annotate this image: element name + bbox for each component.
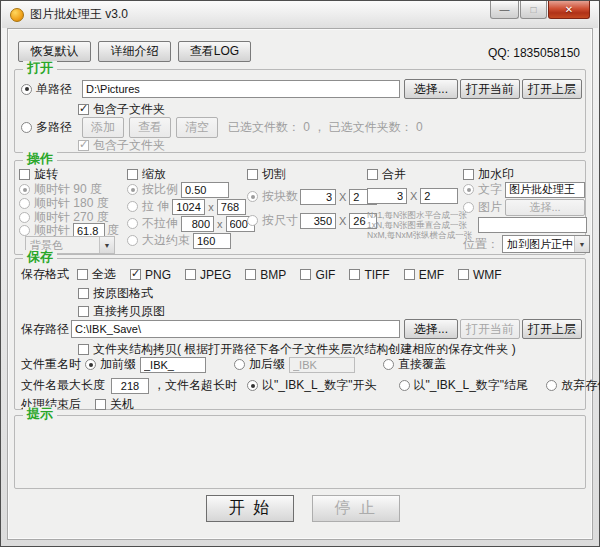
view-log-button[interactable]: 查看LOG — [178, 41, 251, 62]
merge-y-input[interactable] — [420, 188, 458, 204]
restore-defaults-button[interactable]: 恢复默认 — [18, 41, 91, 62]
prefix-label: 加前缀 — [100, 356, 136, 373]
format-all-label: 全选 — [92, 266, 116, 283]
suffix-radio[interactable] — [234, 359, 245, 370]
maxedge-input[interactable] — [193, 233, 231, 249]
details-button[interactable]: 详细介绍 — [98, 41, 171, 62]
prefix-radio[interactable] — [85, 359, 96, 370]
cut-size-radio[interactable] — [247, 215, 258, 226]
prefix-input[interactable] — [140, 357, 206, 373]
include-subfolders-checkbox[interactable] — [78, 104, 89, 115]
format-jpeg-checkbox[interactable] — [185, 269, 196, 280]
rotate-180-radio[interactable] — [19, 198, 30, 209]
watermark-checkbox[interactable] — [463, 169, 474, 180]
include-subfolders-checkbox-2[interactable] — [78, 140, 89, 151]
save-path-input[interactable] — [71, 320, 400, 338]
scale-stretch-radio[interactable] — [127, 201, 138, 212]
cut-size-w-input[interactable] — [300, 213, 336, 229]
watermark-extra-input[interactable] — [478, 217, 587, 233]
max-length-input[interactable] — [111, 378, 149, 394]
save-select-button[interactable]: 选择... — [404, 319, 458, 339]
stretch-height-input[interactable] — [217, 199, 246, 215]
save-group: 保存 保存格式 全选 PNG JPEG BMP GIF TIFF — [14, 258, 586, 410]
nostretch-width-input[interactable] — [181, 216, 214, 232]
merge-x-input[interactable] — [367, 188, 407, 204]
operation-group: 操作 旋转 顺时针 90 度 顺时针 180 度 顺时针 270 度 — [14, 160, 586, 255]
cut-checkbox[interactable] — [247, 169, 258, 180]
open-parent-button[interactable]: 打开上层 — [522, 79, 582, 99]
format-emf-checkbox[interactable] — [404, 269, 415, 280]
copy-original-label: 直接拷贝原图 — [93, 303, 165, 320]
save-open-current-button[interactable]: 打开当前 — [460, 319, 520, 339]
multi-path-radio[interactable] — [21, 122, 32, 133]
scale-ratio-input[interactable] — [181, 182, 229, 198]
scale-ratio-label: 按比例 — [142, 181, 178, 198]
cut-size-label: 按尺寸 — [262, 212, 298, 229]
copy-original-checkbox[interactable] — [78, 306, 89, 317]
format-tiff-checkbox[interactable] — [349, 269, 360, 280]
cut-blocks-radio[interactable] — [247, 191, 258, 202]
save-path-row: 保存路径 选择... 打开当前 打开上层 — [21, 319, 582, 339]
rotate-90-radio[interactable] — [19, 184, 30, 195]
watermark-position-label: 位置： — [463, 236, 499, 253]
format-wmf-checkbox[interactable] — [458, 269, 469, 280]
merge-x-separator: X — [410, 190, 417, 202]
save-open-parent-button[interactable]: 打开上层 — [522, 319, 582, 339]
merge-note-3: NxM,每NxM张纵横合成一张 — [367, 230, 472, 240]
format-wmf-label: WMF — [473, 268, 502, 282]
add-paths-button[interactable]: 添加 — [82, 117, 124, 138]
scale-checkbox[interactable] — [127, 169, 138, 180]
watermark-position-dropdown[interactable]: 加到图片正中 ▼ — [502, 235, 590, 253]
discard-radio[interactable] — [546, 380, 557, 391]
merge-checkbox[interactable] — [367, 169, 378, 180]
shutdown-checkbox[interactable] — [95, 399, 106, 410]
max-length-label: 文件名最大长度 — [21, 377, 105, 394]
toolong-head-radio[interactable] — [247, 380, 258, 391]
overwrite-radio[interactable] — [383, 359, 394, 370]
watermark-text-input[interactable] — [505, 182, 585, 198]
watermark-image-radio[interactable] — [463, 202, 474, 213]
cut-blocks-x-input[interactable] — [300, 189, 336, 205]
operation-group-title: 操作 — [23, 152, 57, 166]
format-gif-checkbox[interactable] — [300, 269, 311, 280]
toolong-tail-radio[interactable] — [399, 380, 410, 391]
close-icon: ✕ — [565, 4, 573, 15]
include-subfolders-label-2: 包含子文件夹 — [93, 137, 165, 154]
open-path-input[interactable] — [82, 80, 400, 98]
watermark-select-button[interactable]: 选择... — [505, 199, 585, 216]
cut-x-separator-2: X — [339, 215, 346, 227]
window-frame: 图片批处理王 v3.0 — □ ✕ 恢复默认 详细介绍 查看LOG QQ: 18… — [0, 0, 600, 547]
watermark-image-label: 图片 — [478, 199, 502, 216]
maximize-button[interactable]: □ — [520, 1, 547, 19]
folder-structure-checkbox[interactable] — [78, 344, 89, 355]
scale-ratio-radio[interactable] — [127, 184, 138, 195]
rotate-checkbox[interactable] — [19, 169, 30, 180]
original-format-checkbox[interactable] — [78, 288, 89, 299]
open-current-button[interactable]: 打开当前 — [460, 79, 520, 99]
save-group-title: 保存 — [23, 250, 57, 264]
watermark-text-radio[interactable] — [463, 184, 474, 195]
client-area: 恢复默认 详细介绍 查看LOG QQ: 1835058150 打开 单路径 选择… — [7, 28, 593, 540]
format-bmp-checkbox[interactable] — [245, 269, 256, 280]
cut-x-separator: X — [339, 191, 346, 203]
minimize-button[interactable]: — — [490, 1, 519, 19]
rotate-custom-radio[interactable] — [19, 225, 30, 236]
suffix-input[interactable] — [289, 357, 355, 373]
clear-paths-button[interactable]: 清空 — [176, 117, 218, 138]
format-png-checkbox[interactable] — [130, 269, 141, 280]
view-paths-button[interactable]: 查看 — [129, 117, 171, 138]
original-format-label: 按原图格式 — [93, 285, 153, 302]
format-all-checkbox[interactable] — [77, 269, 88, 280]
scale-nostretch-radio[interactable] — [127, 218, 138, 229]
start-button[interactable]: 开 始 — [206, 495, 294, 522]
close-button[interactable]: ✕ — [548, 1, 590, 19]
scale-x-separator: x — [208, 201, 214, 213]
stretch-width-input[interactable] — [172, 199, 205, 215]
format-jpeg-label: JPEG — [200, 268, 231, 282]
single-path-radio[interactable] — [21, 84, 32, 95]
suffix-label: 加后缀 — [249, 356, 285, 373]
open-select-button[interactable]: 选择... — [404, 79, 458, 99]
stop-button[interactable]: 停 止 — [312, 495, 400, 522]
format-tiff-label: TIFF — [364, 268, 389, 282]
scale-maxedge-radio[interactable] — [127, 235, 138, 246]
